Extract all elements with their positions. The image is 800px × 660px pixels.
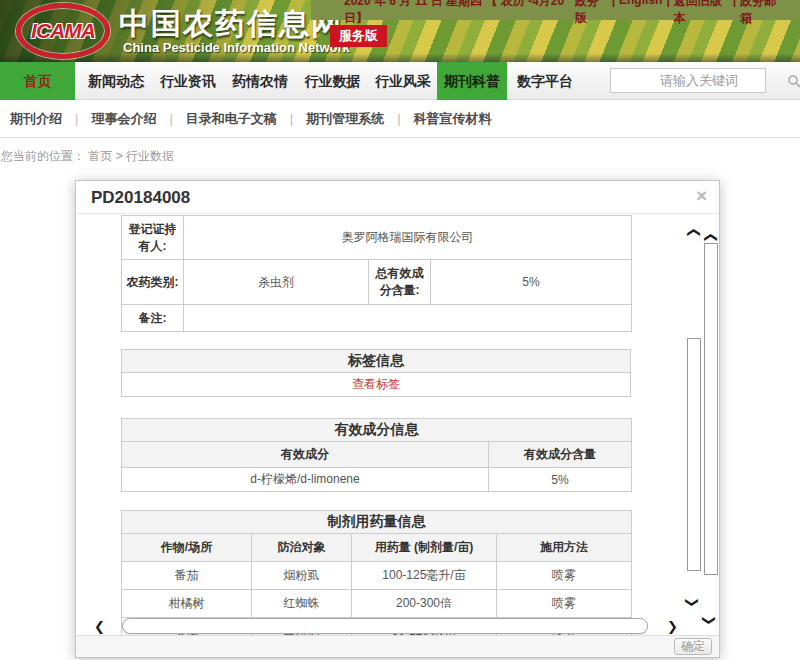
table-header-row: 有效成分 有效成分含量 <box>122 442 632 468</box>
dosage-cell: 200-300倍 <box>352 590 497 618</box>
subnav-science-materials[interactable]: 科普宣传材料 <box>414 110 492 128</box>
remark-label: 备注: <box>122 305 184 332</box>
site-title: 中国农药信息网 <box>119 4 343 45</box>
link-separator: | <box>612 0 615 27</box>
close-icon[interactable]: × <box>696 186 707 205</box>
nav-item-news[interactable]: 新闻动态 <box>80 62 152 100</box>
outer-vertical-scrollbar-thumb[interactable] <box>704 243 718 575</box>
ingredient-title: 有效成分信息 <box>122 419 632 442</box>
horizontal-scrollbar-track[interactable] <box>122 618 648 634</box>
method-cell: 喷雾 <box>497 562 632 590</box>
total-content-label: 总有效成分含量: <box>369 260 431 305</box>
crop-cell: 番茄 <box>122 562 252 590</box>
table-row: 备注: <box>122 305 632 332</box>
section-title-row: 有效成分信息 <box>122 419 632 442</box>
method-cell: 喷雾 <box>497 590 632 618</box>
link-english[interactable]: English <box>619 0 662 27</box>
nav-item-pesticide-agri[interactable]: 药情农情 <box>224 62 296 100</box>
category-value: 杀虫剂 <box>184 260 369 305</box>
ingredient-info-table: 有效成分信息 有效成分 有效成分含量 d-柠檬烯/d-limonene 5% <box>121 418 632 492</box>
icama-logo-icon: ICAMA <box>16 3 110 59</box>
link-gov-mailbox[interactable]: 政务邮箱 <box>740 0 784 27</box>
label-info-title: 标签信息 <box>122 350 631 373</box>
nav-item-digital-platform[interactable]: 数字平台 <box>510 62 580 100</box>
search-box <box>610 68 766 93</box>
modal-header: PD20184008 × <box>76 181 719 214</box>
ingredient-name: d-柠檬烯/d-limonene <box>122 468 489 492</box>
nav-item-industry-data[interactable]: 行业数据 <box>296 62 369 100</box>
link-old-version[interactable]: 返回旧版本 <box>674 0 729 27</box>
registration-number-title: PD20184008 <box>91 188 190 208</box>
search-input[interactable] <box>611 70 787 91</box>
table-row: 农药类别: 杀虫剂 总有效成分含量: 5% <box>122 260 632 305</box>
chevron-down-icon[interactable]: ❯ <box>686 597 699 608</box>
breadcrumb: 您当前的位置： 首页 > 行业数据 <box>1 148 800 165</box>
chevron-right-icon[interactable]: ❯ <box>667 620 678 633</box>
chevron-down-icon[interactable]: ❯ <box>703 615 716 626</box>
table-row: 柑橘树 红蜘蛛 200-300倍 喷雾 <box>122 590 632 618</box>
logo-text: ICAMA <box>31 19 95 43</box>
link-gov-version[interactable]: 政务版 <box>575 0 608 27</box>
ingredient-content: 5% <box>489 468 632 492</box>
target-cell: 烟粉虱 <box>252 562 352 590</box>
nav-item-industry-info[interactable]: 行业资讯 <box>152 62 224 100</box>
link-separator: | <box>666 0 669 27</box>
chevron-up-icon[interactable]: ❯ <box>686 227 699 238</box>
nav-item-industry-style[interactable]: 行业风采 <box>369 62 437 100</box>
total-content-value: 5% <box>431 260 632 305</box>
target-col-header: 防治对象 <box>252 534 352 562</box>
subnav-journal-intro[interactable]: 期刊介绍 <box>10 110 62 128</box>
sub-nav: 期刊介绍 | 理事会介绍 | 目录和电子文稿 | 期刊管理系统 | 科普宣传材料 <box>0 100 800 138</box>
breadcrumb-current: 行业数据 <box>126 149 174 163</box>
registration-info-table: 登记证持有人: 奥罗阿格瑞国际有限公司 农药类别: 杀虫剂 总有效成分含量: 5… <box>121 215 632 332</box>
search-icon[interactable] <box>787 69 800 92</box>
nav-item-journal-science[interactable]: 期刊科普 <box>437 62 507 100</box>
subnav-separator: | <box>290 111 293 126</box>
crop-cell: 柑橘树 <box>122 590 252 618</box>
section-title-row: 标签信息 <box>122 350 631 373</box>
breadcrumb-separator: > <box>116 149 123 163</box>
label-info-table: 标签信息 查看标签 <box>121 349 631 397</box>
confirm-button[interactable]: 确定 <box>674 638 712 655</box>
category-label: 农药类别: <box>122 260 184 305</box>
table-row: 登记证持有人: 奥罗阿格瑞国际有限公司 <box>122 216 632 260</box>
table-row: d-柠檬烯/d-limonene 5% <box>122 468 632 492</box>
table-row: 查看标签 <box>122 373 631 397</box>
dosage-col-header: 用药量 (制剂量/亩) <box>352 534 497 562</box>
breadcrumb-home[interactable]: 首页 <box>88 149 112 163</box>
dosage-title: 制剂用药量信息 <box>122 511 632 534</box>
content-col-header: 有效成分含量 <box>489 442 632 468</box>
site-subtitle: China Pesticide Information Network <box>123 40 350 55</box>
modal-footer: 确定 <box>76 635 719 657</box>
subnav-separator: | <box>397 111 400 126</box>
modal-body: 登记证持有人: 奥罗阿格瑞国际有限公司 农药类别: 杀虫剂 总有效成分含量: 5… <box>76 215 719 637</box>
breadcrumb-prefix: 您当前的位置： <box>1 149 85 163</box>
view-label-link[interactable]: 查看标签 <box>352 377 400 391</box>
subnav-separator: | <box>75 111 78 126</box>
subnav-separator: | <box>169 111 172 126</box>
section-title-row: 制剂用药量信息 <box>122 511 632 534</box>
holder-label: 登记证持有人: <box>122 216 184 260</box>
site-header: ICAMA 中国农药信息网 China Pesticide Informatio… <box>0 0 800 62</box>
subnav-council-intro[interactable]: 理事会介绍 <box>91 110 156 128</box>
holder-value: 奥罗阿格瑞国际有限公司 <box>184 216 632 260</box>
chevron-left-icon[interactable]: ❮ <box>94 620 105 633</box>
method-col-header: 施用方法 <box>497 534 632 562</box>
inner-vertical-scrollbar-thumb[interactable] <box>687 338 701 571</box>
detail-tables: 登记证持有人: 奥罗阿格瑞国际有限公司 农药类别: 杀虫剂 总有效成分含量: 5… <box>121 215 631 637</box>
target-cell: 红蜘蛛 <box>252 590 352 618</box>
table-row: 番茄 烟粉虱 100-125毫升/亩 喷雾 <box>122 562 632 590</box>
link-separator: | <box>733 0 736 27</box>
dosage-cell: 100-125毫升/亩 <box>352 562 497 590</box>
subnav-journal-system[interactable]: 期刊管理系统 <box>306 110 384 128</box>
main-nav: 首页 新闻动态 行业资讯 药情农情 行业数据 行业风采 期刊科普 数字平台 <box>0 62 800 100</box>
nav-item-home[interactable]: 首页 <box>0 62 75 100</box>
crop-col-header: 作物/场所 <box>122 534 252 562</box>
subnav-catalog-manuscript[interactable]: 目录和电子文稿 <box>186 110 277 128</box>
chevron-up-icon[interactable]: ❯ <box>703 232 716 243</box>
top-links: 政务版 | English | 返回旧版本 | 政务邮箱 <box>575 0 784 27</box>
table-header-row: 作物/场所 防治对象 用药量 (制剂量/亩) 施用方法 <box>122 534 632 562</box>
top-strip: 2020 年 6 月 11 日 星期四 【 农历 -4月20日】 政务版 | E… <box>311 0 800 20</box>
ingredient-col-header: 有效成分 <box>122 442 489 468</box>
service-version-badge[interactable]: 服务版 <box>330 25 387 47</box>
